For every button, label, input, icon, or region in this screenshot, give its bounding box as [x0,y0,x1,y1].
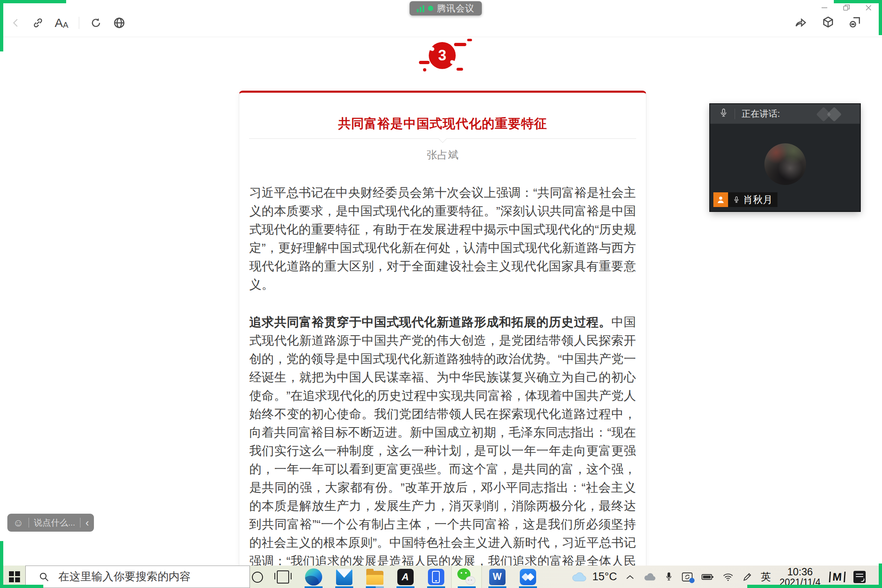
edge-icon [305,568,322,586]
meeting-banner-label: 腾讯会议 [437,2,474,15]
header-divider [735,109,735,119]
acrobat-icon: A [397,569,414,585]
taskbar-app-edge[interactable] [298,566,329,588]
running-indicator [427,586,445,588]
paragraph: 习近平总书记在中央财经委员会第十次会议上强调：“共同富裕是社会主义的本质要求，是… [249,183,636,294]
action-center-button[interactable] [853,571,866,583]
taskbar-clock[interactable]: 10:36 2021/11/4 [780,566,821,588]
battery-button[interactable] [702,573,714,581]
article-number-badge: 3 [429,42,456,69]
participant-role-badge [713,192,728,207]
link-icon [32,17,44,29]
clock-time: 10:36 [780,566,821,577]
screen-share-border [0,541,3,588]
m-tray-app-icon[interactable]: M [829,572,845,582]
screen-share-border [747,585,882,588]
task-view-button[interactable] [267,566,298,588]
taskbar-app-file-explorer[interactable] [359,566,390,588]
collapse-chat-icon[interactable]: ‹ [85,517,89,528]
tray-microphone-button[interactable] [665,571,673,582]
wifi-icon [722,572,734,581]
taskbar-app-acrobat[interactable]: A [390,566,421,588]
chevron-up-icon [626,574,635,580]
desktop-screen: 腾讯会议 AA 3 共 [0,0,882,588]
font-size-button[interactable]: AA [55,17,68,29]
task-view-icon [277,570,289,584]
back-button[interactable] [11,17,21,29]
weather-button[interactable] [571,571,587,583]
screen-share-border [0,585,43,588]
pen-icon [742,572,752,582]
share-arrow-icon [794,16,808,29]
cast-active-dot [689,578,695,583]
battery-icon [702,573,714,581]
taskbar-app-phone[interactable] [421,566,451,588]
start-button[interactable] [9,571,20,582]
video-feed: 肖秋月 [710,124,860,211]
minimize-button[interactable] [818,2,831,13]
input-language-indicator[interactable]: 英 [761,570,771,584]
search-input[interactable] [58,570,239,584]
close-button[interactable] [862,2,875,13]
taskbar-apps: A W [267,566,543,588]
meeting-watermark-icon [815,107,848,121]
badge-number: 3 [438,47,446,64]
badge-circle: 3 [429,42,456,69]
screen-share-border [0,0,66,3]
refresh-button[interactable] [90,17,102,29]
chevron-left-icon [11,17,21,29]
video-panel-header[interactable]: 正在讲话: [710,104,860,124]
taskbar-search-box[interactable] [25,566,250,588]
emoji-icon[interactable]: ☺ [13,518,24,528]
taskbar-app-tencent-meeting[interactable] [512,566,543,588]
paragraph: 追求共同富裕贯穿于中国式现代化新道路形成和拓展的历史过程。中国式现代化新道路源于… [249,313,636,568]
onedrive-button[interactable] [643,572,656,581]
signal-strength-icon [417,5,424,12]
speaking-label: 正在讲话: [742,108,780,120]
running-indicator [366,586,384,588]
microphone-icon [719,108,728,120]
cortana-button[interactable] [252,572,263,583]
close-icon [865,4,872,11]
title-divider [249,138,636,139]
taskbar-app-wechat[interactable] [451,566,482,588]
badge-splash [423,68,426,71]
share-button[interactable] [794,16,808,29]
window-controls [818,2,875,13]
mini-app-button[interactable] [822,16,835,29]
toolbar-divider [79,17,79,29]
screen-share-status-button[interactable] [682,572,693,582]
participant-name: 肖秋月 [743,193,773,206]
weather-temperature[interactable]: 15°C [592,570,617,583]
person-icon [716,195,725,204]
taskbar-app-mail[interactable] [329,566,359,588]
restore-icon [843,4,850,11]
onedrive-cloud-icon [643,572,656,581]
meeting-status-banner[interactable]: 腾讯会议 [410,1,482,16]
wifi-button[interactable] [722,572,734,581]
windows-logo-icon [9,571,14,576]
action-center-icon [853,571,866,583]
tray-overflow-button[interactable] [626,574,635,580]
restore-button[interactable] [840,2,853,13]
running-indicator [458,586,476,588]
copy-link-button[interactable] [32,17,44,29]
article-title: 共同富裕是中国式现代化的重要特征 [249,115,636,132]
tray-mic-icon [665,571,673,582]
float-window-button[interactable] [849,16,862,29]
paragraph-text: 中国式现代化新道路源于中国共产党的伟大创造，是党团结带领人民探索开创的，党的领导… [249,315,636,568]
open-in-browser-button[interactable] [113,16,126,29]
pen-button[interactable] [742,572,752,582]
minimize-icon [821,4,828,11]
participant-name-label: 肖秋月 [728,192,777,207]
participant-name-row: 肖秋月 [713,192,777,207]
running-indicator [519,586,537,588]
badge-splash [454,43,466,46]
chat-input[interactable]: 说点什么... [34,517,76,528]
meeting-video-panel[interactable]: 正在讲话: 肖秋月 [710,104,860,211]
paragraph-lead-bold: 追求共同富裕贯穿于中国式现代化新道路形成和拓展的历史过程。 [249,315,611,329]
running-indicator [488,586,506,588]
file-explorer-icon [366,571,383,585]
participant-avatar [764,143,806,185]
taskbar-app-word[interactable]: W [482,566,512,588]
